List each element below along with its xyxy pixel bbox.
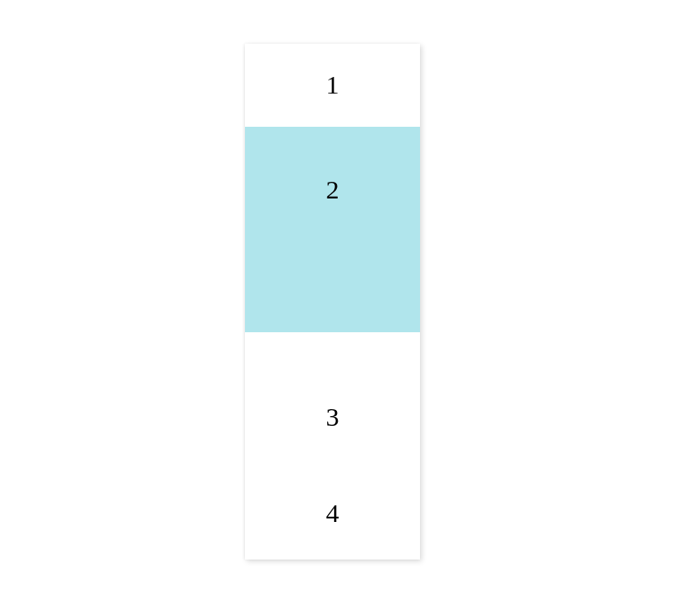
- panel-cell-2-highlighted: 2: [245, 127, 420, 332]
- cell-label: 3: [326, 402, 340, 432]
- panel-cell-1: 1: [245, 44, 420, 127]
- cell-label: 1: [326, 70, 340, 100]
- panel-cell-4: 4: [245, 481, 420, 560]
- cell-label: 4: [326, 498, 340, 528]
- panel-cell-3: 3: [245, 332, 420, 481]
- cell-label: 2: [326, 175, 340, 205]
- vertical-panel: 1 2 3 4: [245, 44, 420, 560]
